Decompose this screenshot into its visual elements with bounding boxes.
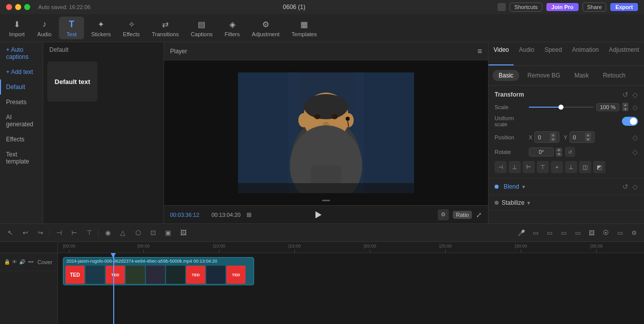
toolbar-audio[interactable]: ♪ Audio [32,17,57,39]
x-up[interactable]: ▲ [550,133,556,137]
tab-animation[interactable]: Animation [567,42,604,65]
tab-audio[interactable]: Audio [514,42,539,65]
split-video-button[interactable]: ▭ [543,227,555,239]
eye-icon[interactable]: 👁 [12,259,17,265]
split-audio-button[interactable]: ▭ [529,227,541,239]
scale-value[interactable]: 100 % [596,103,619,111]
rotate-up[interactable]: ▲ [556,148,562,152]
player-expand-button[interactable] [320,198,332,202]
crop-button[interactable]: ⬡ [132,227,144,239]
zoom-in-button[interactable]: ▭ [572,227,584,239]
blend-diamond-button[interactable]: ◇ [632,183,638,191]
speed-button[interactable]: △ [117,227,129,239]
stabilize-label[interactable]: Stabilize [502,199,524,206]
default-item[interactable]: Default [0,79,43,95]
toolbar-adjustment[interactable]: ⚙ Adjustment [247,17,285,39]
join-pro-button[interactable]: Join Pro [546,3,579,11]
crop-timeline-button[interactable]: ▭ [557,227,570,239]
settings-ctrl-icon[interactable]: ⚙ [438,209,449,220]
snap-button[interactable]: ⦿ [600,227,612,239]
share-button[interactable]: Share [583,3,606,12]
align-extra2-button[interactable]: ◩ [593,161,605,173]
scale-spinner[interactable]: ▲ ▼ [622,103,628,111]
align-left-button[interactable]: ⊣ [495,161,507,173]
y-spinner[interactable]: ▲ ▼ [585,133,591,141]
x-spinner[interactable]: ▲ ▼ [550,133,556,141]
align-center-h-button[interactable]: ⊥ [509,161,521,173]
traffic-light-red[interactable] [6,4,12,10]
blend-dropdown-icon[interactable]: ▾ [522,184,525,190]
blend-label[interactable]: Blend [504,183,519,190]
toolbar-transitions[interactable]: ⇄ Transitions [147,17,184,39]
play-button[interactable] [312,209,324,221]
fullscreen-button[interactable]: ⤢ [476,211,482,219]
split-button[interactable]: ⊣ [53,227,65,239]
toolbar-filters[interactable]: ◈ Filters [220,17,245,39]
lock-icon[interactable]: 🔒 [4,259,10,265]
toolbar-templates[interactable]: ▦ Templates [287,17,322,39]
scale-spinner-down[interactable]: ▼ [622,107,628,111]
ai-generated-item[interactable]: AI generated [0,110,43,132]
default-text-card[interactable]: Default text [47,61,98,102]
image-button[interactable]: 🖼 [177,227,189,239]
zoom-button[interactable]: ▭ [614,227,626,239]
scale-slider[interactable] [529,103,593,111]
toolbar-effects[interactable]: ✧ Effects [118,17,144,39]
align-top-button[interactable]: ⊤ [537,161,549,173]
y-up[interactable]: ▲ [585,133,591,137]
position-diamond-button[interactable]: ◇ [632,133,638,141]
text-template-item[interactable]: Text template [0,147,43,169]
playhead[interactable] [113,253,114,324]
x-down[interactable]: ▼ [550,137,556,141]
uniform-scale-toggle[interactable] [622,117,638,126]
stabilize-dropdown-icon[interactable]: ▾ [527,200,530,206]
blend-reset-button[interactable]: ↺ [622,183,628,191]
settings-timeline-button[interactable]: ⚙ [628,227,640,239]
monitor-icon[interactable] [498,3,506,11]
subtab-retouch[interactable]: Retouch [597,70,631,81]
traffic-light-green[interactable] [24,4,30,10]
y-value[interactable]: 0 ▲ ▼ [570,131,595,143]
transform-reset-button[interactable]: ↺ [622,91,628,99]
trim-start-button[interactable]: ⊢ [68,227,80,239]
x-value[interactable]: 0 ▲ ▼ [534,131,559,143]
align-center-v-button[interactable]: + [551,161,563,173]
rotate-spinner[interactable]: ▲ ▼ [556,148,562,156]
mic-button[interactable]: 🎤 [515,227,527,239]
subtab-basic[interactable]: Basic [493,70,519,81]
timecode-icon[interactable]: ⊞ [247,211,252,218]
video-clip[interactable]: 2024-jason-rugolo-006-962d2374-ee94-46ec… [63,257,254,285]
select-tool-button[interactable]: ↖ [4,227,16,239]
player-menu-icon[interactable]: ≡ [477,47,482,56]
volume-icon[interactable]: 🔊 [19,259,25,265]
add-text-item[interactable]: + Add text [0,64,43,79]
presets-item[interactable]: Presets [0,95,43,110]
subtab-remove-bg[interactable]: Remove BG [521,70,566,81]
align-extra1-button[interactable]: ◫ [579,161,591,173]
trim-end-button[interactable]: ⊤ [83,227,95,239]
toolbar-stickers[interactable]: ✦ Stickers [86,17,116,39]
scale-spinner-up[interactable]: ▲ [622,103,628,107]
transform-diamond-button[interactable]: ◇ [632,91,638,99]
rotate-down[interactable]: ▼ [556,152,562,156]
more-icon[interactable]: ••• [28,259,34,265]
rotate-ccw-button[interactable]: ↺ [565,147,575,157]
toolbar-text[interactable]: T Text [59,17,84,39]
scale-thumb[interactable] [558,105,564,110]
toolbar-import[interactable]: ⬇ Import [4,17,30,39]
frame-button[interactable]: 🖼 [586,227,598,239]
align-bottom-button[interactable]: ⊥ [565,161,577,173]
y-down[interactable]: ▼ [585,137,591,141]
toolbar-captions[interactable]: ▤ Captions [186,17,217,39]
redo-button[interactable]: ↪ [34,227,46,239]
tab-speed[interactable]: Speed [539,42,567,65]
mask-button[interactable]: ▣ [162,227,174,239]
tab-adjustment[interactable]: Adjustment [604,42,644,65]
grid-button[interactable]: ⊡ [147,227,159,239]
export-button[interactable]: Export [610,3,638,11]
tab-video[interactable]: Video [489,42,514,65]
shortcuts-button[interactable]: Shortcuts [510,3,542,12]
record-button[interactable]: ◉ [102,227,114,239]
rotate-value[interactable]: 0° [529,147,554,156]
subtab-mask[interactable]: Mask [569,70,595,81]
